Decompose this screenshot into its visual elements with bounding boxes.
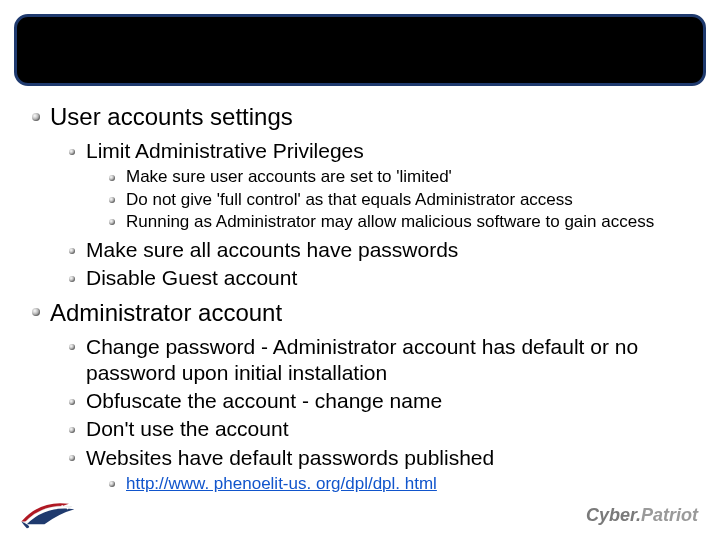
list-item: Change password - Administrator account …: [64, 334, 720, 387]
heading-limit-privs: Limit Administrative Privileges: [64, 138, 720, 164]
list-item: Don't use the account: [64, 416, 720, 442]
list-item: Websites have default passwords publishe…: [64, 445, 720, 471]
footer: Cyber.Patriot: [0, 488, 720, 534]
brand-label: Cyber.Patriot: [586, 505, 698, 526]
title-bar: [14, 14, 706, 86]
list-item: Obfuscate the account - change name: [64, 388, 720, 414]
svg-point-1: [64, 506, 66, 508]
heading-admin-account: Administrator account: [28, 298, 720, 328]
heading-user-accounts: User accounts settings: [28, 102, 720, 132]
flag-ribbon-icon: [20, 494, 88, 530]
slide-content: User accounts settings Limit Administrat…: [0, 86, 720, 494]
brand-part2: Patriot: [641, 505, 698, 525]
list-item: Running as Administrator may allow malic…: [104, 211, 720, 232]
svg-point-2: [67, 508, 69, 510]
list-item: Disable Guest account: [64, 265, 720, 291]
brand-part1: Cyber.: [586, 505, 641, 525]
list-item: Make sure all accounts have passwords: [64, 237, 720, 263]
list-item: Do not give 'full control' as that equal…: [104, 189, 720, 210]
list-item: Make sure user accounts are set to 'limi…: [104, 166, 720, 187]
svg-point-0: [61, 505, 63, 507]
